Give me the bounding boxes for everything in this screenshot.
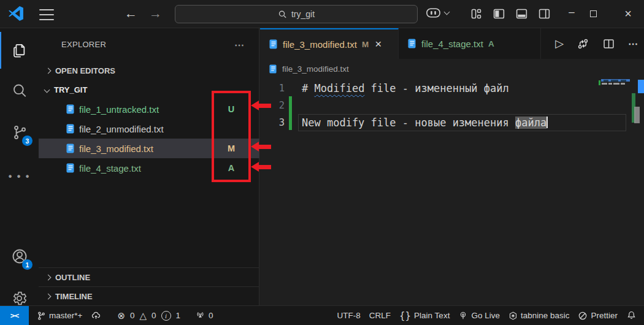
search-icon [12,83,28,99]
outline-section[interactable]: OUTLINE [39,268,259,286]
chevron-down-icon [444,9,450,15]
info-count: 1 [176,311,181,320]
ports-status[interactable]: 0 [191,306,218,325]
errors-count: 0 [130,311,135,320]
vscode-logo-icon [8,6,24,21]
broadcast-icon [458,311,468,321]
code-line-2: 2 [260,97,644,114]
tab-git-badge: A [488,39,494,48]
file-name: file_2_unmodified.txt [79,124,164,134]
additional-views-button[interactable]: • • • [0,162,39,191]
remote-icon: >< [10,311,19,320]
search-value: try_git [291,9,315,19]
scm-count-badge: 3 [22,136,33,146]
code-line-3: 3 New modify file - новые изменения файл… [260,114,644,131]
toggle-secondary-sidebar-button[interactable] [538,7,551,20]
tabnine-status[interactable]: tabnine basic [504,306,574,325]
bell-icon [626,310,637,321]
go-back-button[interactable]: ← [125,7,137,20]
run-file-button[interactable]: ▷ [555,37,564,50]
file-icon [407,39,416,48]
outline-label: OUTLINE [55,273,90,282]
copilot-icon [426,6,441,20]
overview-ruler-info-mark [638,80,644,93]
publish-changes-button[interactable] [86,306,105,325]
sidebar-title: EXPLORER [61,40,106,49]
copilot-button[interactable] [426,6,449,20]
branch-status[interactable]: master*+ [33,306,86,325]
timeline-section[interactable]: TIMELINE [39,287,259,305]
more-actions-button[interactable]: ⋯ [628,38,639,50]
file-name: file_3_modified.txt [79,143,153,154]
sidebar-header: EXPLORER ⋯ [39,28,259,60]
toggle-primary-sidebar-button[interactable] [493,7,505,20]
chevron-down-icon [44,86,50,93]
timeline-label: TIMELINE [55,292,93,301]
open-changes-button[interactable] [577,37,589,50]
no-entry-icon [578,311,588,321]
file-icon [66,104,75,114]
maximize-button[interactable] [590,10,597,17]
open-editors-label: OPEN EDITORS [55,66,115,75]
tab-label: file_3_modified.txt [283,39,357,50]
annotation-arrow-staged [251,162,272,172]
toggle-panel-button[interactable] [515,7,528,20]
tab-file-3-modified[interactable]: file_3_modified.txt M × [260,28,399,59]
close-tab-icon[interactable]: × [375,37,381,51]
broadcast-icon [195,311,205,321]
editor-pane[interactable]: 1 # Modified file - измененный файл 2 3 … [260,78,644,305]
encoding-status[interactable]: UTF-8 [332,306,364,325]
sidebar-item-search[interactable] [0,76,39,105]
annotation-rectangle [212,91,251,182]
warnings-icon: △ [140,310,147,321]
notifications-bell-button[interactable] [622,306,644,325]
menu-icon[interactable] [39,7,54,22]
minimap-git-mark [599,80,600,85]
tab-git-badge: M [362,40,369,49]
annotation-arrow-modified [251,142,272,151]
highlighted-word: файла [515,117,546,129]
minimize-button[interactable]: – [561,6,582,18]
info-icon: i [161,311,171,321]
accounts-button[interactable]: 1 [0,242,39,271]
account-badge: 1 [22,259,33,270]
customize-layout-button[interactable] [470,7,483,20]
status-bar: >< master*+ ⊗ 0 △ 0 i 1 [0,305,644,325]
chevron-right-icon [45,67,52,74]
language-mode-status[interactable]: {} Plain Text [395,306,454,325]
split-editor-button[interactable] [602,37,615,50]
editor-actions: ▷ ⋯ [555,28,639,59]
breadcrumb-file: file_3_modified.txt [282,64,349,74]
file-icon [269,64,277,74]
tabnine-icon [508,311,518,321]
eol-status[interactable]: CRLF [365,306,395,325]
breadcrumb[interactable]: file_3_modified.txt [260,59,644,78]
prettier-status[interactable]: Prettier [573,306,622,325]
command-center-search[interactable]: try_git [175,5,418,23]
gear-icon [11,290,28,307]
scrollbar-thumb[interactable] [634,107,640,123]
remote-indicator[interactable]: >< [0,306,29,325]
search-icon [278,10,287,19]
sidebar-item-source-control[interactable]: 3 [0,118,39,147]
activity-bar: 3 • • • 1 [0,28,39,305]
problems-status[interactable]: ⊗ 0 △ 0 i 1 [113,306,185,325]
vscode-window: ← → try_git [0,0,644,325]
errors-icon: ⊗ [117,310,125,321]
tab-label: file_4_stage.txt [421,39,483,49]
sidebar-item-explorer[interactable] [0,36,39,65]
tab-file-4-stage[interactable]: file_4_stage.txt A [399,28,541,59]
file-name: file_4_stage.txt [79,163,141,174]
file-name: file_1_untracked.txt [79,104,159,115]
chevron-right-icon [45,274,52,280]
close-window-button[interactable]: × [618,7,638,21]
open-editors-section[interactable]: OPEN EDITORS [39,61,259,80]
warnings-count: 0 [151,311,156,320]
misspelled-word: Modified [314,82,364,94]
braces-icon: {} [399,310,411,321]
go-live-button[interactable]: Go Live [454,306,504,325]
cloud-upload-icon [91,311,101,321]
branch-icon [37,311,46,321]
explorer-more-actions-button[interactable]: ⋯ [234,39,245,51]
go-forward-button[interactable]: → [149,7,162,20]
